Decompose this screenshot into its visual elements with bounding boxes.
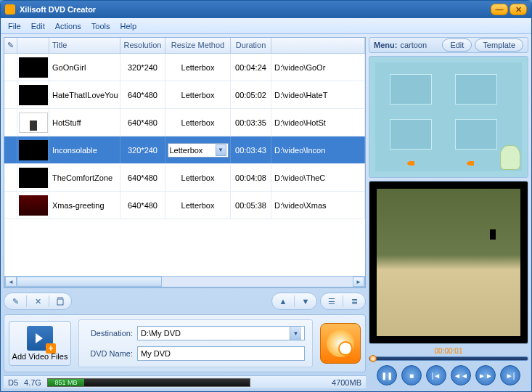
- video-thumbnail: [19, 85, 48, 105]
- menu-file[interactable]: File: [8, 22, 21, 30]
- dvd-menu-preview[interactable]: [369, 56, 528, 178]
- rewind-button[interactable]: ◄◄: [451, 365, 471, 385]
- table-row[interactable]: Xmas-greeting640*480Letterbox00:05:38D:\…: [4, 192, 365, 219]
- svg-rect-0: [57, 299, 63, 305]
- cell-title: HotStuff: [49, 109, 120, 136]
- cell-resize: Letterbox: [165, 54, 231, 81]
- cell-resolution: 640*480: [120, 109, 165, 136]
- titlebar: Xilisoft DVD Creator — ✕: [1, 1, 531, 18]
- menu-slot: [390, 74, 432, 105]
- window-title: Xilisoft DVD Creator: [20, 5, 491, 14]
- table-row[interactable]: TheComfortZone640*480Letterbox00:04:08D:…: [4, 164, 365, 192]
- table-row[interactable]: HateThatILoveYou640*480Letterbox00:05:02…: [4, 81, 365, 109]
- next-button[interactable]: ►|: [500, 365, 520, 385]
- scroll-thumb[interactable]: [17, 277, 162, 287]
- menu-slot: [390, 119, 432, 150]
- cell-resolution: 320*240: [120, 136, 165, 163]
- menu-name: cartoon: [400, 41, 427, 49]
- cell-path: D:\video\HotSt: [271, 109, 365, 136]
- move-down-button[interactable]: ▼: [299, 295, 312, 308]
- table-row[interactable]: GoOnGirl320*240Letterbox00:04:24D:\video…: [4, 54, 365, 81]
- disc-type: D5: [8, 378, 18, 387]
- cell-resolution: 640*480: [120, 81, 165, 108]
- menu-actions[interactable]: Actions: [55, 22, 81, 30]
- status-bar: D5 4.7G 851 MB 4700MB: [4, 375, 366, 388]
- disc-usage-bar: 851 MB: [47, 378, 250, 387]
- cell-resize: Letterbox: [165, 109, 231, 136]
- cell-path: D:\video\GoOr: [271, 54, 365, 81]
- view-details-button[interactable]: ≣: [348, 295, 361, 308]
- resize-method-dropdown[interactable]: Letterbox▼: [168, 143, 229, 158]
- output-panel: Add Video Files Destination: D:\My DVD ▼…: [4, 314, 366, 372]
- scroll-right-icon[interactable]: ►: [353, 277, 364, 287]
- menu-help[interactable]: Help: [120, 22, 136, 30]
- fish-icon: [407, 161, 414, 166]
- seek-knob[interactable]: [369, 355, 377, 362]
- playback-time: 00:00:01: [369, 347, 528, 355]
- cell-title: TheComfortZone: [49, 164, 120, 191]
- table-row[interactable]: Inconsolable320*240Letterbox▼00:03:43D:\…: [4, 136, 365, 164]
- menu-tools[interactable]: Tools: [91, 22, 110, 30]
- scroll-left-icon[interactable]: ◄: [5, 277, 17, 287]
- app-icon: [5, 4, 15, 15]
- cell-resize: Letterbox: [165, 192, 231, 219]
- dvd-name-label: DVD Name:: [86, 349, 133, 358]
- menu-slot: [455, 74, 497, 105]
- cell-resolution: 640*480: [120, 164, 165, 191]
- destination-dropdown[interactable]: D:\My DVD ▼: [137, 326, 305, 340]
- col-resize[interactable]: Resize Method: [165, 38, 231, 53]
- menu-template-button[interactable]: Template: [475, 38, 523, 52]
- video-thumbnail: [19, 140, 48, 160]
- cell-path: D:\video\HateT: [271, 81, 365, 108]
- col-title[interactable]: Title: [49, 38, 120, 53]
- dvd-name-input[interactable]: My DVD: [137, 346, 305, 361]
- add-video-files-button[interactable]: Add Video Files: [9, 321, 71, 366]
- chevron-down-icon: ▼: [290, 327, 301, 340]
- burn-button[interactable]: [320, 323, 361, 364]
- video-player[interactable]: [369, 181, 528, 344]
- pencil-icon[interactable]: ✎: [4, 38, 17, 53]
- cell-duration: 00:03:43: [231, 136, 271, 163]
- cell-duration: 00:04:08: [231, 164, 271, 191]
- disc-size: 4.7G: [24, 378, 41, 387]
- close-button[interactable]: ✕: [510, 4, 527, 15]
- menu-edit-button[interactable]: Edit: [442, 38, 472, 52]
- list-toolbar: ✎ ✕ ▲ ▼ ☰ ≣: [4, 291, 366, 311]
- app-window: Xilisoft DVD Creator — ✕ File Edit Actio…: [0, 0, 532, 392]
- view-list-button[interactable]: ☰: [325, 295, 338, 308]
- menu-label: Menu:: [374, 41, 397, 49]
- cell-duration: 00:05:38: [231, 192, 271, 219]
- cell-title: Inconsolable: [49, 136, 120, 163]
- prev-button[interactable]: |◄: [426, 365, 446, 385]
- cell-duration: 00:05:02: [231, 81, 271, 108]
- col-duration[interactable]: Duration: [231, 38, 271, 53]
- video-thumbnail: [19, 195, 48, 216]
- table-row[interactable]: HotStuff640*480Letterbox00:03:35D:\video…: [4, 109, 365, 136]
- video-thumbnail: [19, 57, 48, 78]
- minimize-button[interactable]: —: [491, 4, 508, 15]
- cell-duration: 00:03:35: [231, 109, 271, 136]
- add-files-icon: [27, 326, 53, 351]
- grid-header: ✎ Title Resolution Resize Method Duratio…: [4, 38, 365, 54]
- video-thumbnail: [19, 168, 48, 188]
- horizontal-scrollbar[interactable]: ◄ ►: [4, 276, 365, 287]
- menu-panel-header: Menu: cartoon Edit Template: [369, 37, 528, 53]
- cell-resolution: 640*480: [120, 192, 165, 219]
- pause-button[interactable]: ❚❚: [377, 365, 397, 385]
- menu-edit[interactable]: Edit: [31, 22, 45, 30]
- disc-total: 4700MB: [332, 378, 361, 387]
- fish-icon: [467, 161, 474, 166]
- stop-button[interactable]: ■: [401, 365, 422, 385]
- edit-item-button[interactable]: ✎: [9, 295, 22, 308]
- cell-resolution: 320*240: [120, 54, 165, 81]
- move-up-button[interactable]: ▲: [277, 295, 290, 308]
- video-grid: ✎ Title Resolution Resize Method Duratio…: [4, 37, 366, 288]
- cell-resize: Letterbox: [165, 164, 231, 191]
- forward-button[interactable]: ►►: [475, 365, 496, 385]
- remove-item-button[interactable]: ✕: [31, 295, 44, 308]
- delete-item-button[interactable]: [54, 295, 67, 308]
- seek-bar[interactable]: [369, 356, 528, 361]
- col-resolution[interactable]: Resolution: [120, 38, 165, 53]
- cell-path: D:\video\Incon: [271, 136, 365, 163]
- cell-path: D:\video\Xmas: [271, 192, 365, 219]
